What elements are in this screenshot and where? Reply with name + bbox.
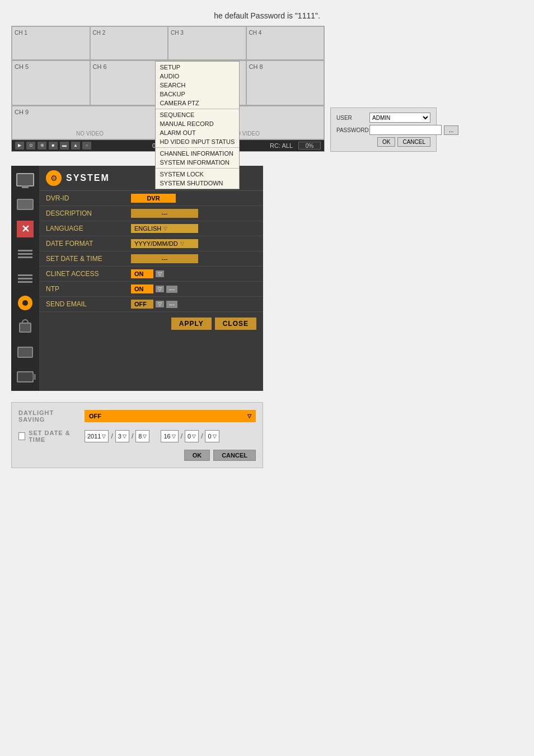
sys-dateformat-value[interactable]: YYYY/DMM/DD ▽	[129, 236, 263, 251]
sys-setdt-field: ---	[131, 254, 198, 263]
channel-cell-5[interactable]: CH 5	[12, 60, 90, 105]
second-arrow: ▽	[213, 433, 217, 439]
sys-dvrid-label: DVR-ID	[39, 191, 129, 206]
datetime-ok-button[interactable]: OK	[184, 450, 210, 461]
sys-dateformat-field: YYYY/DMM/DD ▽	[131, 239, 198, 248]
hour-field[interactable]: 16 ▽	[161, 430, 178, 442]
minute-arrow: ▽	[192, 433, 196, 439]
time-sep-2: /	[201, 432, 203, 440]
ch6-label: CH 6	[93, 63, 107, 70]
statusbar-icon-7: ○	[82, 142, 91, 150]
system-apply-button[interactable]: APPLY	[171, 318, 212, 330]
day-arrow: ▽	[143, 433, 147, 439]
sidebar-icon-hdd[interactable]	[14, 193, 36, 216]
login-password-row: PASSWORD ...	[336, 125, 430, 135]
sys-ntp-dots[interactable]: ---	[166, 286, 177, 293]
sys-clientaccess-value[interactable]: ON ▽	[129, 267, 263, 282]
channel-cell-6[interactable]: CH 6 SETUP AUDIO SEARCH BACKUP CAMERA PT…	[90, 60, 168, 105]
year-field[interactable]: 2011 ▽	[85, 430, 109, 442]
daylight-field[interactable]: OFF ▽	[85, 410, 256, 422]
menu-audio[interactable]: AUDIO	[156, 72, 240, 81]
menu-setup[interactable]: SETUP	[156, 63, 240, 72]
date-sep-2: /	[132, 432, 133, 440]
sidebar-icon-camera[interactable]	[14, 366, 36, 388]
system-sidebar: ✕	[11, 166, 39, 391]
sys-sendemail-field: OFF	[131, 300, 153, 309]
sys-lang-field: ENGLISH ▽	[131, 224, 198, 233]
datetime-btn-row: OK CANCEL	[18, 450, 256, 461]
setdt-label: SET DATE & TIME	[29, 430, 80, 443]
sys-ntp-arrow[interactable]: ▽	[156, 286, 164, 292]
sidebar-icon-x[interactable]: ✕	[14, 218, 36, 240]
sidebar-icon-gear[interactable]	[14, 292, 36, 314]
channel-cell-4[interactable]: CH 4	[246, 26, 325, 60]
channel-cell-2[interactable]: CH 2	[90, 26, 168, 60]
channel-cell-3[interactable]: CH 3	[168, 26, 246, 60]
sidebar-icon-lock[interactable]	[14, 316, 36, 339]
system-panel: ✕	[11, 166, 263, 391]
login-password-input[interactable]	[369, 125, 442, 135]
sys-row-dateformat: DATE FORMAT YYYY/DMM/DD ▽	[39, 236, 263, 251]
sys-sendemail-dots[interactable]: ---	[166, 301, 177, 308]
setdt-checkbox[interactable]	[18, 432, 25, 440]
login-password-label: PASSWORD	[336, 127, 367, 133]
statusbar-progress: 0%	[298, 142, 321, 150]
login-ok-button[interactable]: OK	[377, 137, 395, 147]
sys-desc-field: ---	[131, 209, 198, 218]
month-field[interactable]: 3 ▽	[115, 430, 129, 442]
year-value: 2011	[87, 433, 101, 440]
menu-search[interactable]: SEARCH	[156, 81, 240, 90]
sys-row-desc: DESCRIPTION ---	[39, 206, 263, 221]
system-header-icon: ⚙	[46, 170, 62, 186]
menu-sequence[interactable]: SEQUENCE	[156, 110, 240, 119]
menu-manual-record[interactable]: MANUAL RECORD	[156, 119, 240, 128]
statusbar-icons: ▶ ⊙ ⊕ ■ ▬ ▲ ○	[15, 142, 91, 150]
login-panel: USER ADMIN PASSWORD ... OK CANCEL	[330, 108, 437, 152]
sys-row-ntp: NTP ON ▽ ---	[39, 282, 263, 297]
menu-system-shutdown[interactable]: SYSTEM SHUTDOWN	[156, 179, 240, 188]
menu-backup[interactable]: BACKUP	[156, 90, 240, 99]
menu-channel-info[interactable]: CHANNEL INFORMATION	[156, 149, 240, 158]
hour-arrow: ▽	[172, 433, 176, 439]
login-btn-row: OK CANCEL	[336, 137, 430, 147]
second-field[interactable]: 0 ▽	[205, 430, 219, 442]
top-text: he default Password is "1111".	[11, 11, 523, 20]
statusbar-icon-5: ▬	[60, 142, 69, 150]
ch1-label: CH 1	[15, 30, 27, 36]
ch2-label: CH 2	[93, 30, 106, 36]
sys-ntp-value[interactable]: ON ▽ ---	[129, 282, 263, 297]
system-close-button[interactable]: CLOSE	[215, 318, 256, 330]
day-value: 8	[138, 433, 142, 440]
menu-camera-ptz[interactable]: CAMERA PTZ	[156, 99, 240, 108]
sidebar-icon-lines[interactable]	[14, 242, 36, 265]
sidebar-icon-lines2[interactable]	[14, 267, 36, 290]
login-cancel-button[interactable]: CANCEL	[397, 137, 430, 147]
dvr-panel: CH 1 CH 2 CH 3 CH 4 CH 5 CH 6 SETUP	[11, 26, 325, 152]
menu-system-info[interactable]: SYSTEM INFORMATION	[156, 158, 240, 167]
login-password-dots-btn[interactable]: ...	[444, 125, 458, 135]
menu-hd-video[interactable]: HD VIDEO INPUT STATUS	[156, 137, 240, 146]
sys-sendemail-value[interactable]: OFF ▽ ---	[129, 297, 263, 312]
sidebar-icon-usb[interactable]	[14, 341, 36, 363]
sidebar-icon-monitor[interactable]	[14, 169, 36, 191]
channel-cell-8[interactable]: CH 8	[246, 60, 325, 105]
system-btn-row: APPLY CLOSE	[39, 312, 263, 335]
channel-cell-1[interactable]: CH 1	[12, 26, 90, 60]
sys-lang-value[interactable]: ENGLISH ▽	[129, 221, 263, 236]
sys-setdt-value[interactable]: ---	[129, 251, 263, 267]
daylight-value: OFF	[89, 413, 101, 419]
channel-row-2: CH 5 CH 6 SETUP AUDIO SEARCH BACKUP CAME…	[12, 60, 324, 106]
menu-alarm-out[interactable]: ALARM OUT	[156, 128, 240, 137]
day-field[interactable]: 8 ▽	[135, 430, 149, 442]
sys-sendemail-arrow[interactable]: ▽	[156, 301, 164, 307]
sys-dvrid-value[interactable]: DVR	[129, 191, 263, 206]
statusbar-icon-6: ▲	[71, 142, 80, 150]
sys-desc-value[interactable]: ---	[129, 206, 263, 221]
sys-ntp-field: ON	[131, 284, 153, 293]
sys-clientaccess-arrow[interactable]: ▽	[156, 270, 164, 277]
minute-field[interactable]: 0 ▽	[185, 430, 199, 442]
menu-system-lock[interactable]: SYSTEM LOCK	[156, 170, 240, 179]
login-user-select[interactable]: ADMIN	[369, 113, 430, 123]
channel-cell-9[interactable]: CH 9 NO VIDEO	[12, 106, 168, 139]
datetime-cancel-button[interactable]: CANCEL	[213, 450, 256, 461]
